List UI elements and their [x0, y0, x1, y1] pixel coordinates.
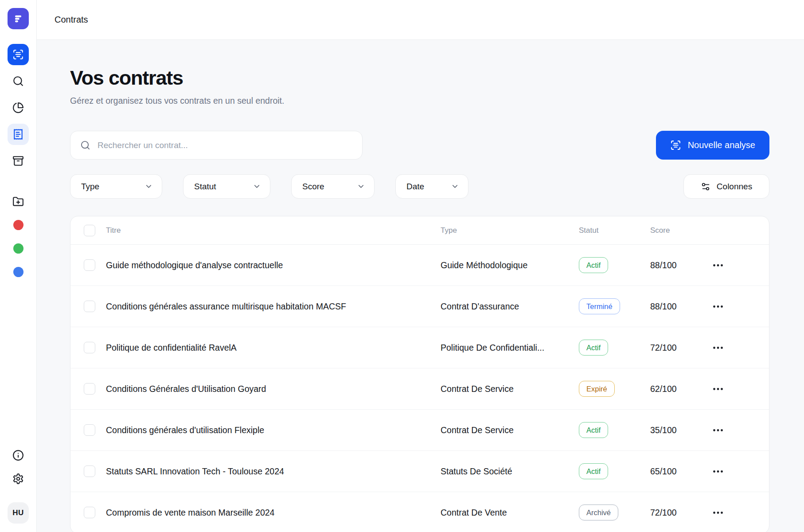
ellipsis-icon [713, 264, 723, 267]
column-header-score: Score [650, 226, 713, 235]
column-header-statut: Statut [579, 226, 650, 235]
ellipsis-icon [713, 305, 723, 308]
columns-button[interactable]: Colonnes [683, 174, 769, 199]
receipt-icon [12, 129, 24, 140]
row-menu-button[interactable] [713, 387, 769, 391]
row-checkbox[interactable] [84, 259, 95, 271]
row-checkbox[interactable] [84, 424, 95, 436]
filter-score[interactable]: Score [291, 174, 375, 199]
filter-date[interactable]: Date [395, 174, 468, 199]
app-logo[interactable] [8, 8, 29, 29]
ellipsis-icon [713, 387, 723, 391]
row-score: 88/100 [650, 301, 713, 312]
scan-text-icon [670, 140, 681, 151]
row-score: 88/100 [650, 260, 713, 270]
ellipsis-icon [713, 346, 723, 349]
sidebar: HU [0, 0, 37, 532]
row-checkbox[interactable] [84, 383, 95, 395]
main-column: Contrats Vos contrats Gérez et organisez… [37, 0, 804, 532]
row-type: Contrat De Vente [441, 508, 579, 518]
table-row: Conditions générales assurance multirisq… [70, 286, 769, 327]
column-header-type: Type [441, 226, 579, 235]
row-title: Guide méthodologique d'analyse contractu… [106, 260, 441, 270]
row-score: 62/100 [650, 384, 713, 394]
row-type: Contrat De Service [441, 384, 579, 394]
ellipsis-icon [713, 470, 723, 473]
status-dot-blue[interactable] [13, 267, 23, 277]
row-title: Politique de confidentialité RavelA [106, 343, 441, 353]
status-dot-green[interactable] [13, 243, 23, 254]
search-icon [12, 75, 24, 87]
filters-row: Type Statut Score Date [70, 174, 769, 199]
row-menu-button[interactable] [713, 470, 769, 473]
status-badge: Actif [579, 463, 608, 480]
table-body: Guide méthodologique d'analyse contractu… [70, 245, 769, 532]
sidebar-nav [8, 44, 29, 172]
table-row: Compromis de vente maison Marseille 2024… [70, 492, 769, 532]
sidebar-bottom: HU [8, 449, 29, 532]
filter-type[interactable]: Type [70, 174, 162, 199]
column-header-titre: Titre [106, 226, 441, 235]
columns-label: Colonnes [717, 182, 752, 192]
sidebar-item-archive[interactable] [8, 150, 29, 172]
row-title: Compromis de vente maison Marseille 2024 [106, 508, 441, 518]
row-type: Contrat D'assurance [441, 301, 579, 312]
status-dot-red[interactable] [13, 220, 23, 230]
sidebar-item-search[interactable] [8, 70, 29, 92]
row-title: Conditions Générales d'Utilisation Goyar… [106, 384, 441, 394]
ellipsis-icon [713, 429, 723, 432]
chevron-down-icon [253, 182, 261, 191]
row-title: Conditions générales d'utilisation Flexi… [106, 425, 441, 435]
topbar: Contrats [37, 0, 804, 40]
sidebar-item-scan[interactable] [8, 44, 29, 65]
main-content: Vos contrats Gérez et organisez tous vos… [37, 40, 804, 532]
row-menu-button[interactable] [713, 264, 769, 267]
row-checkbox[interactable] [84, 301, 95, 312]
brand-logo-icon [12, 13, 24, 24]
page-title: Vos contrats [70, 66, 769, 90]
row-type: Politique De Confidentiali... [441, 343, 579, 353]
row-score: 65/100 [650, 466, 713, 477]
row-title: Conditions générales assurance multirisq… [106, 301, 441, 312]
row-score: 72/100 [650, 343, 713, 353]
table-row: Statuts SARL Innovation Tech - Toulouse … [70, 451, 769, 492]
info-button[interactable] [12, 449, 25, 462]
status-badge: Expiré [579, 381, 615, 397]
sliders-icon [701, 182, 710, 192]
row-checkbox[interactable] [84, 466, 95, 477]
folder-plus-icon [12, 196, 24, 207]
filter-statut-label: Statut [194, 182, 216, 192]
row-type: Contrat De Service [441, 425, 579, 435]
row-type: Statuts De Société [441, 466, 579, 477]
contracts-table: Titre Type Statut Score Guide méthodolog… [70, 216, 769, 532]
page-subtitle: Gérez et organisez tous vos contrats en … [70, 96, 769, 106]
table-row: Conditions générales d'utilisation Flexi… [70, 410, 769, 451]
new-analysis-button[interactable]: Nouvelle analyse [656, 131, 769, 160]
select-all-checkbox[interactable] [84, 225, 95, 236]
search-input[interactable] [98, 141, 352, 150]
table-header-row: Titre Type Statut Score [70, 216, 769, 245]
row-menu-button[interactable] [713, 429, 769, 432]
status-badge: Actif [579, 257, 608, 274]
sidebar-item-new-folder[interactable] [8, 191, 29, 212]
search-row: Nouvelle analyse [70, 131, 769, 160]
row-type: Guide Méthodologique [441, 260, 579, 270]
row-checkbox[interactable] [84, 342, 95, 353]
user-avatar[interactable]: HU [8, 502, 29, 524]
search-icon [80, 140, 90, 150]
sidebar-item-contracts[interactable] [8, 124, 29, 145]
chevron-down-icon [144, 182, 153, 191]
row-menu-button[interactable] [713, 346, 769, 349]
row-menu-button[interactable] [713, 511, 769, 514]
sidebar-item-analytics[interactable] [8, 97, 29, 118]
row-menu-button[interactable] [713, 305, 769, 308]
gear-icon [12, 473, 24, 485]
chevron-down-icon [451, 182, 459, 191]
row-score: 72/100 [650, 508, 713, 518]
row-checkbox[interactable] [84, 507, 95, 518]
new-analysis-label: Nouvelle analyse [688, 140, 755, 150]
row-score: 35/100 [650, 425, 713, 435]
settings-button[interactable] [12, 472, 25, 485]
filter-statut[interactable]: Statut [183, 174, 270, 199]
ellipsis-icon [713, 511, 723, 514]
